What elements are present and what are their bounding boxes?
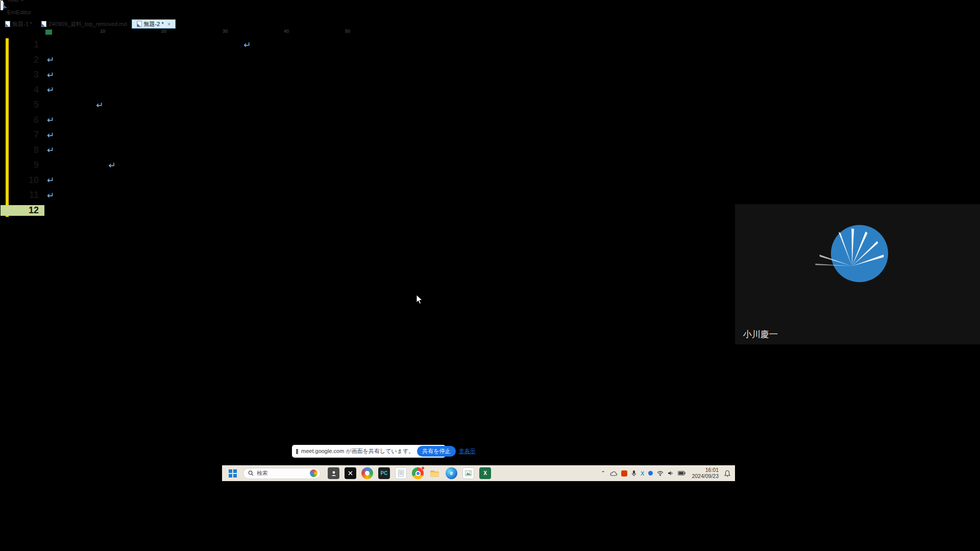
- line-number: 3: [1, 69, 44, 80]
- tray-chevron-up-icon[interactable]: ⌃: [601, 470, 605, 477]
- emeditor-window: 無題-2 * - EmEditor ファイル(F)編集(E)挿入(I)変換(T)…: [0, 0, 1, 1]
- mouse-cursor: [416, 294, 423, 305]
- tab-label: 無題-2 *: [144, 20, 164, 28]
- photos-icon[interactable]: [462, 467, 474, 479]
- edge-beta-icon[interactable]: [361, 467, 373, 479]
- line-text: 24019000240190002401900024019000: [46, 39, 243, 51]
- line-number: 9: [1, 160, 44, 170]
- file-explorer-icon[interactable]: [429, 467, 440, 479]
- taskbar-apps: PC e X: [328, 467, 491, 479]
- search-placeholder: 検索: [257, 469, 307, 477]
- notification-badge: [421, 466, 425, 470]
- document-icon: [41, 21, 46, 27]
- line-break-mark: ↵: [243, 40, 251, 50]
- clock-date: 2024/09/23: [692, 473, 719, 479]
- ime-red-app-icon[interactable]: [621, 470, 627, 477]
- line-break-mark: ↵: [96, 100, 103, 110]
- line-break-mark: ↵: [47, 145, 54, 155]
- editor-tab-untitled-1[interactable]: 無題-1 *: [1, 19, 37, 29]
- ruler-numbers: 1020304050: [45, 29, 352, 35]
- volume-icon[interactable]: [668, 470, 674, 476]
- emeditor-window-title: 無題-2 * - EmEditor: [7, 0, 31, 15]
- line-break-mark: ↵: [47, 70, 54, 80]
- system-tray: ⌃ X 16:01 2024/09/23: [601, 467, 735, 479]
- remote-person-icon[interactable]: [328, 467, 339, 479]
- x-app-icon[interactable]: X: [641, 470, 644, 477]
- pause-bars-icon: [296, 449, 298, 454]
- line-break-mark: ↵: [47, 85, 54, 95]
- document-icon: [5, 21, 10, 27]
- line-number: 6: [1, 115, 44, 126]
- search-highlights-icon[interactable]: [310, 469, 317, 477]
- windows-start-icon[interactable]: [229, 469, 237, 478]
- line-number: 11: [1, 190, 44, 201]
- line-number: 4: [1, 85, 44, 95]
- line-number: 1: [1, 39, 44, 50]
- ruler-number: 10: [45, 29, 107, 35]
- xbox-icon[interactable]: [345, 467, 356, 479]
- notepad-icon[interactable]: [395, 467, 407, 479]
- line-text: //: [46, 204, 59, 216]
- line-number: 12: [1, 205, 44, 216]
- pc-app-icon[interactable]: PC: [378, 467, 390, 479]
- meet-share-bar: meet.google.com が画面を共有しています。 共有を停止 非表示: [292, 445, 446, 458]
- edge-icon[interactable]: e: [446, 467, 457, 479]
- emeditor-titlebar[interactable]: 無題-2 * - EmEditor: [1, 1, 3, 10]
- tab-label: 240909_資料_top_removed.md: [48, 20, 127, 28]
- line-break-mark: ↵: [108, 160, 115, 170]
- line-break-mark: ↵: [47, 130, 54, 140]
- editor-tab-untitled-2-active[interactable]: 無題-2 *: [132, 19, 176, 29]
- ruler-number: 30: [168, 29, 229, 35]
- line-number: 7: [1, 130, 44, 140]
- line-break-mark: ↵: [47, 55, 54, 65]
- chrome-icon[interactable]: [412, 467, 424, 479]
- tab-close-icon[interactable]: [166, 21, 170, 27]
- line-break-mark: ↵: [47, 190, 54, 201]
- search-icon: [248, 470, 254, 476]
- microphone-icon[interactable]: [631, 470, 636, 477]
- presenter-video-tile[interactable]: 小川慶一: [735, 204, 980, 344]
- wifi-icon[interactable]: [657, 471, 664, 476]
- line-text: 24019000: [46, 99, 95, 111]
- windows-taskbar: 検索 PC e X ⌃ X 16:01 2024/09/23: [222, 465, 735, 481]
- ruler-number: 50: [290, 29, 352, 35]
- emeditor-app-icon: [3, 2, 4, 9]
- battery-icon[interactable]: [678, 471, 685, 475]
- onedrive-cloud-icon[interactable]: [609, 471, 617, 476]
- share-message: meet.google.com が画面を共有しています。: [301, 447, 414, 455]
- ruler-number: 40: [229, 29, 290, 35]
- text-caret: [59, 205, 60, 216]
- line-break-mark: ↵: [47, 175, 54, 185]
- ruler-number: 20: [107, 29, 168, 35]
- notification-bell-icon[interactable]: [724, 470, 731, 477]
- line-number: 8: [1, 145, 44, 156]
- document-icon: [137, 21, 142, 27]
- line-number: 2: [1, 55, 44, 65]
- line-number: 10: [1, 175, 44, 186]
- ruler-cursor-marker: [45, 30, 52, 35]
- presenter-logo: [829, 223, 890, 284]
- blue-dot-app-icon[interactable]: [648, 471, 653, 475]
- presenter-name: 小川慶一: [743, 329, 778, 340]
- hide-link[interactable]: 非表示: [459, 447, 476, 455]
- line-text: 24/01/90/: [46, 159, 108, 171]
- stop-sharing-button[interactable]: 共有を停止: [417, 446, 455, 457]
- taskbar-clock[interactable]: 16:01 2024/09/23: [692, 467, 719, 479]
- clock-time: 16:01: [705, 467, 719, 473]
- editor-tab-240909-md[interactable]: 240909_資料_top_removed.md: [37, 19, 131, 29]
- line-number: 5: [1, 99, 44, 110]
- excel-icon[interactable]: X: [479, 467, 491, 479]
- taskbar-search-box[interactable]: 検索: [243, 468, 321, 479]
- line-break-mark: ↵: [47, 115, 54, 125]
- tab-label: 無題-1 *: [12, 20, 32, 28]
